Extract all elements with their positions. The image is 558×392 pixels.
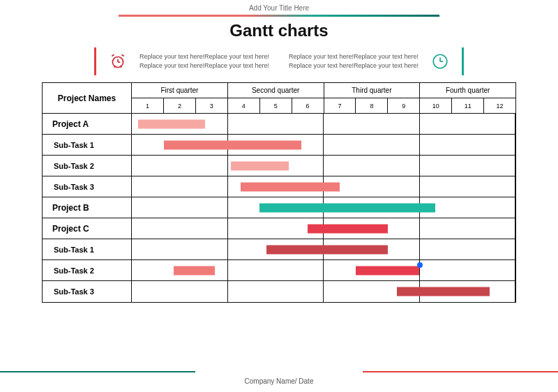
- gantt-bar: [164, 140, 301, 149]
- table-row: Sub-Task 2: [43, 156, 515, 176]
- info-right-line2: Replace your text here!Replace your text…: [289, 61, 418, 70]
- gantt-bar: [308, 224, 388, 233]
- row-label: Sub-Task 3: [43, 176, 132, 197]
- col-header-m9: 9: [388, 98, 420, 113]
- page-title: Gantt charts: [0, 21, 558, 40]
- gantt-bar: [231, 161, 289, 170]
- col-header-m3: 3: [196, 98, 228, 113]
- row-label: Project B: [43, 197, 132, 218]
- gantt-track: [132, 218, 515, 239]
- gantt-track: [132, 114, 515, 134]
- col-header-project-names: Project Names: [43, 83, 132, 114]
- info-right-line1: Replace your text here!Replace your text…: [289, 52, 418, 61]
- row-label: Sub-Task 2: [43, 156, 132, 176]
- gantt-chart: Project Names First quarter Second quart…: [42, 82, 516, 303]
- gantt-track: [132, 176, 515, 197]
- row-label: Project C: [43, 218, 132, 239]
- table-row: Sub-Task 2: [43, 260, 515, 281]
- svg-line-4: [121, 54, 123, 56]
- row-label: Project A: [43, 114, 132, 134]
- accent-bar-left: [94, 47, 96, 75]
- info-text: Replace your text here!Replace your text…: [140, 52, 418, 70]
- row-label: Sub-Task 1: [43, 135, 132, 155]
- info-left-line1: Replace your text here!Replace your text…: [140, 52, 269, 61]
- gantt-bar: [174, 266, 216, 275]
- gantt-bar: [356, 266, 420, 275]
- col-header-m11: 11: [452, 98, 484, 113]
- gantt-bar: [397, 287, 490, 296]
- gantt-track: [132, 260, 515, 280]
- col-header-m7: 7: [324, 98, 356, 113]
- table-row: Project B: [43, 197, 515, 218]
- table-row: Sub-Task 1: [43, 239, 515, 260]
- top-caption: Add Your Title Here: [0, 0, 558, 12]
- accent-bar-right: [462, 47, 464, 75]
- clock-icon: [431, 52, 449, 70]
- footer-text: Company Name/ Date: [0, 377, 558, 385]
- col-header-q2: Second quarter: [228, 83, 324, 98]
- col-header-m2: 2: [164, 98, 196, 113]
- col-header-m8: 8: [356, 98, 388, 113]
- gantt-bar: [138, 119, 205, 128]
- col-header-q4: Fourth quarter: [420, 83, 515, 98]
- col-header-m10: 10: [420, 98, 452, 113]
- table-row: Sub-Task 3: [43, 176, 515, 197]
- gantt-track: [132, 197, 515, 218]
- table-row: Sub-Task 3: [43, 281, 515, 302]
- gantt-bar: [266, 245, 388, 254]
- header-gradient-rule: [119, 15, 439, 17]
- svg-line-3: [112, 54, 114, 56]
- gantt-track: [132, 135, 515, 155]
- row-label: Sub-Task 2: [43, 260, 132, 280]
- table-row: Project A: [43, 114, 515, 135]
- col-header-m1: 1: [132, 98, 164, 113]
- footer-rule: [0, 371, 558, 372]
- info-left-line2: Replace your text here!Replace your text…: [140, 61, 269, 70]
- info-strip: Replace your text here!Replace your text…: [0, 47, 558, 75]
- gantt-track: [132, 156, 515, 176]
- table-row: Sub-Task 1: [43, 135, 515, 156]
- gantt-track: [132, 239, 515, 259]
- col-header-q1: First quarter: [132, 83, 228, 98]
- col-header-q3: Third quarter: [324, 83, 421, 98]
- row-label: Sub-Task 1: [43, 239, 132, 259]
- alarm-clock-icon: [109, 52, 127, 70]
- col-header-m12: 12: [484, 98, 515, 113]
- col-header-m6: 6: [292, 98, 324, 113]
- gantt-track: [132, 281, 515, 302]
- gantt-bar: [259, 203, 435, 212]
- milestone-dot-icon: [417, 262, 423, 268]
- col-header-m4: 4: [228, 98, 260, 113]
- gantt-bar: [241, 182, 340, 191]
- table-row: Project C: [43, 218, 515, 239]
- row-label: Sub-Task 3: [43, 281, 132, 302]
- col-header-m5: 5: [260, 98, 292, 113]
